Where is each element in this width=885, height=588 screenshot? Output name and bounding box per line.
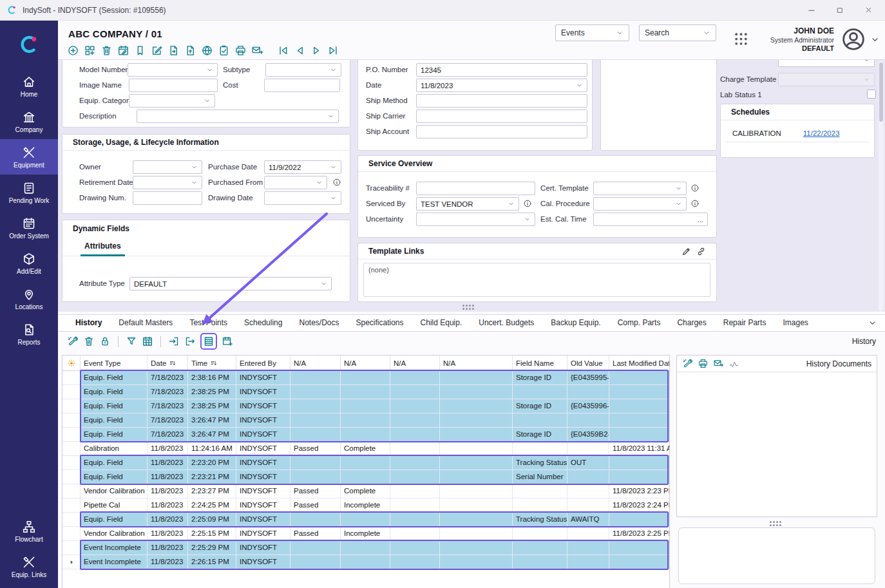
info-icon[interactable] — [690, 184, 699, 193]
ship-method-input[interactable] — [416, 94, 587, 108]
purchased-from-select[interactable] — [264, 176, 327, 189]
nav-last-button[interactable] — [327, 44, 339, 57]
table-row[interactable]: Equip. Field11/8/20232:23:21 PMINDYSOFTS… — [62, 470, 669, 484]
doc-import-button[interactable] — [184, 44, 196, 57]
tab-charges[interactable]: Charges — [669, 315, 714, 331]
nav-first-button[interactable] — [277, 44, 289, 57]
doc-export-button[interactable] — [167, 44, 180, 57]
form-scrollbar-thumb[interactable] — [879, 62, 883, 122]
email-send-button[interactable] — [251, 44, 263, 57]
close-button[interactable] — [854, 1, 882, 20]
tab-notes-docs[interactable]: Notes/Docs — [290, 315, 347, 331]
purchase-date-select[interactable]: 11/9/2022 — [264, 160, 341, 174]
column-header-icon[interactable] — [62, 356, 81, 370]
po-number-input[interactable]: 12345 — [416, 63, 587, 77]
owner-select[interactable] — [133, 160, 202, 174]
schedule-date-link[interactable]: 11/22/2023 — [803, 129, 840, 137]
edit-button[interactable] — [151, 44, 163, 57]
tab-specifications[interactable]: Specifications — [348, 315, 412, 331]
email-send-button[interactable] — [713, 358, 724, 369]
charge-template-select[interactable] — [778, 73, 875, 86]
maximize-button[interactable] — [826, 1, 854, 20]
tab-history[interactable]: History — [67, 315, 110, 331]
template-links-content[interactable]: (none) — [363, 263, 710, 297]
est-cal-time-input[interactable]: ... — [593, 213, 708, 226]
tab-test-points[interactable]: Test Points — [181, 315, 236, 331]
collapse-chevron-icon[interactable] — [868, 318, 877, 328]
print-button[interactable] — [234, 44, 247, 57]
splitter-grip[interactable] — [462, 305, 477, 310]
tools-button[interactable] — [682, 358, 693, 369]
list-view-button[interactable] — [200, 333, 217, 350]
tab-default-masters[interactable]: Default Masters — [110, 315, 181, 331]
table-row[interactable]: Calibration11/8/202311:24:16 AMINDYSOFTP… — [62, 442, 669, 456]
column-header-event-type[interactable]: Event Type — [81, 356, 148, 370]
table-row[interactable]: Vendor Calibration11/8/20232:23:27 PMIND… — [62, 484, 669, 498]
app-logo-icon[interactable] — [0, 21, 58, 68]
nav-next-button[interactable] — [310, 44, 323, 57]
sidebar-item-reports[interactable]: Reports — [0, 316, 58, 352]
check-out-button[interactable] — [184, 336, 196, 347]
signature-button[interactable] — [728, 358, 739, 369]
tab-uncert-budgets[interactable]: Uncert. Budgets — [470, 315, 542, 331]
uncertainty-select[interactable] — [416, 213, 535, 226]
check-in-button[interactable] — [168, 336, 180, 347]
sidebar-item-company[interactable]: Company — [0, 104, 58, 139]
info-icon[interactable] — [690, 199, 699, 208]
delete-button[interactable] — [83, 336, 95, 347]
chevron-down-icon[interactable] — [870, 35, 880, 44]
info-icon[interactable] — [523, 199, 532, 208]
tab-repair-parts[interactable]: Repair Parts — [715, 315, 775, 331]
add-circle-button[interactable] — [67, 44, 79, 57]
column-header-entered-by[interactable]: Entered By — [236, 356, 290, 370]
tab-child-equip[interactable]: Child Equip. — [412, 315, 471, 331]
column-header-n-a[interactable]: N/A — [390, 356, 440, 370]
event-edit-button[interactable] — [117, 44, 129, 57]
sidebar-item-equipment[interactable]: Equipment — [0, 139, 58, 175]
edit-pencil-icon[interactable] — [681, 247, 691, 256]
delete-button[interactable] — [100, 44, 113, 57]
cal-procedure-select[interactable] — [593, 197, 687, 211]
attribute-type-select[interactable]: DEFAULT — [129, 277, 332, 290]
column-header-date[interactable]: Date — [148, 356, 188, 370]
serviced-by-select[interactable]: TEST VENDOR — [416, 197, 519, 211]
date-select[interactable]: 11/8/2023 — [416, 79, 587, 92]
nav-prev-button[interactable] — [294, 44, 306, 57]
user-menu[interactable]: JOHN DOE System Administrator DEFAULT — [770, 26, 880, 52]
sidebar-item-add-edit[interactable]: Add/Edit — [0, 245, 58, 281]
sidebar-item-order-system[interactable]: Order System — [0, 210, 58, 245]
description-select[interactable] — [137, 109, 339, 123]
column-header-n-a[interactable]: N/A — [440, 356, 513, 370]
filter-button[interactable] — [126, 336, 137, 347]
sidebar-item-locations[interactable]: Locations — [0, 281, 58, 316]
table-row[interactable]: Equip. Field7/18/20232:38:25 PMINDYSOFT — [62, 385, 669, 399]
column-header-time[interactable]: Time — [188, 356, 236, 370]
lock-button[interactable] — [99, 336, 111, 347]
table-row[interactable]: Pipette Cal11/8/20232:24:25 PMINDYSOFTPa… — [62, 498, 669, 513]
schedule-row[interactable]: CALIBRATION 11/22/2023 — [726, 125, 869, 142]
column-header-old-value[interactable]: Old Value — [567, 356, 609, 370]
bookmark-button[interactable] — [134, 44, 146, 57]
tab-attributes[interactable]: Attributes — [81, 242, 125, 256]
est-cal-time-browse-button[interactable]: ... — [698, 216, 703, 223]
add-grid-button[interactable] — [84, 44, 96, 57]
calendar-add-button[interactable] — [222, 336, 233, 347]
globe-check-button[interactable] — [201, 44, 213, 57]
drawing-num-input[interactable] — [133, 191, 202, 205]
info-icon[interactable] — [332, 178, 341, 187]
traceability-input[interactable] — [416, 182, 535, 195]
clipped-select[interactable] — [778, 59, 875, 67]
column-header-field-name[interactable]: Field Name — [513, 356, 567, 370]
sidebar-item-pending-work[interactable]: Pending Work — [0, 175, 58, 210]
column-header-n-a[interactable]: N/A — [341, 356, 390, 370]
link-icon[interactable] — [696, 247, 706, 256]
cert-template-select[interactable] — [593, 182, 687, 195]
sidebar-item-equip-links[interactable]: Equip. Links — [0, 549, 58, 584]
apps-grid-icon[interactable] — [733, 31, 749, 47]
model-number-select[interactable] — [128, 63, 218, 77]
documents-drop-area[interactable] — [678, 527, 875, 584]
ship-account-input[interactable] — [416, 125, 587, 138]
table-row[interactable]: Event Incomplete11/8/20232:25:29 PMINDYS… — [62, 541, 669, 555]
calendar-grid-button[interactable] — [142, 336, 153, 347]
ship-carrier-input[interactable] — [416, 109, 587, 123]
